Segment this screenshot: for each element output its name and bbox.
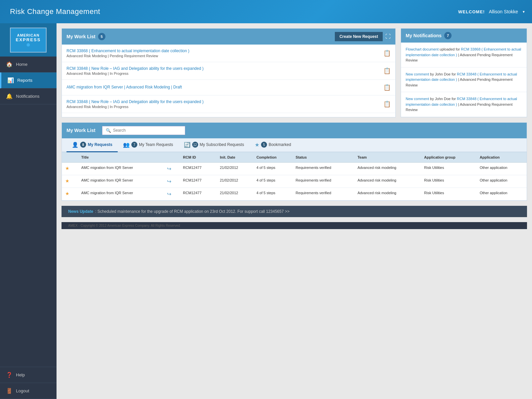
col-title: Title	[78, 152, 164, 163]
table-row: ★ AMC migration from IQR Server ↪ RCM124…	[62, 162, 527, 175]
sidebar-item-notifications[interactable]: 🔔 Notifications	[0, 88, 57, 104]
tab-bookmarked[interactable]: ★ 5 Bookmarked	[249, 138, 296, 152]
item-attachment-icon[interactable]: 📋	[383, 84, 391, 91]
notif-link[interactable]: New comment	[406, 72, 429, 76]
star-button[interactable]: ★	[65, 191, 69, 196]
notif-link[interactable]: New comment	[406, 97, 429, 101]
work-list-title: My Work List	[66, 34, 95, 39]
tab-label: My Team Requests	[139, 142, 173, 147]
work-list-item: RCM 33868 ( Enhancement to actual implem…	[62, 45, 395, 62]
copyright-bar: AMEX - Copyright © 2012 American Express…	[62, 222, 527, 229]
user-name: Allison Stokke	[489, 9, 518, 14]
logo-line1: AMERICAN	[17, 33, 39, 37]
sidebar-item-reports[interactable]: 📊 Reports	[0, 72, 57, 88]
item-link[interactable]: RCM 33868 ( Enhancement to actual implem…	[66, 49, 190, 53]
item-link[interactable]: AMC migration from IQR Server | Advanced…	[66, 85, 182, 89]
row-team: Advanced risk modeling	[354, 188, 421, 200]
sidebar-label-reports: Reports	[17, 78, 33, 83]
sidebar-spacer	[0, 104, 57, 367]
item-link[interactable]: RCM 33848 ( New Role – IAG and Delegatio…	[66, 99, 203, 104]
work-list-item: RCM 33848 ( New Role – IAG and Delegatio…	[62, 95, 395, 113]
row-init-date: 21/02/2012	[216, 162, 253, 175]
tab-team-requests[interactable]: 👥 7 My Team Requests	[118, 138, 179, 152]
sidebar-label-notifications: Notifications	[16, 94, 40, 99]
sidebar-label-home: Home	[16, 62, 28, 67]
notif-link[interactable]: Flowchart document	[406, 47, 439, 51]
reports-icon: 📊	[7, 77, 14, 83]
col-star	[62, 152, 78, 163]
item-content: RCM 33868 ( Enhancement to actual implem…	[66, 49, 190, 58]
top-panels: My Work List 5 Create New Request ⛶ RCM …	[62, 28, 527, 117]
row-status: Requirements verified	[292, 188, 354, 200]
main-layout: AMERICAN EXPRESS 🏠 Home 📊 Reports 🔔 Noti…	[0, 23, 532, 399]
row-icon[interactable]: ↪	[167, 179, 171, 184]
tab-subscribed-requests[interactable]: 🔄 12 My Subscribed Requests	[179, 138, 249, 152]
logo-line2: EXPRESS	[16, 37, 41, 42]
row-status: Requirements verified	[292, 162, 354, 175]
sidebar-item-logout[interactable]: 🚪 Logout	[0, 383, 57, 399]
col-status: Status	[292, 152, 354, 163]
tabs-row: 👤 8 My Requests 👥 7 My Team Requests 🔄 1…	[62, 138, 527, 152]
star-button[interactable]: ★	[65, 178, 69, 184]
row-title: AMC migration from IQR Server	[78, 162, 164, 175]
tab-badge: 5	[261, 142, 267, 148]
search-icon: 🔍	[106, 128, 111, 133]
row-title: AMC migration from IQR Server	[78, 175, 164, 188]
notifications-title: My Notifications	[406, 33, 442, 38]
content-area: My Work List 5 Create New Request ⛶ RCM …	[57, 23, 532, 399]
item-attachment-icon[interactable]: 📋	[383, 50, 391, 57]
col-init-date: Init. Date	[216, 152, 253, 163]
item-attachment-icon[interactable]: 📋	[383, 100, 391, 108]
work-list-badge: 5	[98, 33, 105, 40]
sidebar: AMERICAN EXPRESS 🏠 Home 📊 Reports 🔔 Noti…	[0, 23, 57, 399]
row-rcm-id: RCM12477	[180, 162, 216, 175]
tab-label: My Subscribed Requests	[200, 142, 244, 147]
item-meta: Advanced Risk Modeling | In Progress	[66, 105, 203, 109]
row-application: Other application	[476, 162, 527, 175]
sidebar-item-home[interactable]: 🏠 Home	[0, 57, 57, 72]
notif-header-left: My Notifications 7	[406, 32, 452, 39]
card-header-right: Create New Request ⛶	[335, 32, 391, 41]
item-attachment-icon[interactable]: 📋	[383, 67, 391, 74]
tab-badge: 8	[80, 142, 86, 148]
row-icon[interactable]: ↪	[167, 166, 171, 172]
col-completion: Completion	[253, 152, 292, 163]
notification-item: New comment by John Doe for RCM 33848 ( …	[401, 92, 527, 117]
notifications-badge: 7	[444, 32, 452, 39]
sidebar-bottom: ❓ Help 🚪 Logout	[0, 367, 57, 399]
row-rcm-id: RCM12477	[180, 188, 216, 200]
create-new-request-button[interactable]: Create New Request	[335, 32, 383, 41]
table-row: ★ AMC migration from IQR Server ↪ RCM124…	[62, 188, 527, 200]
star-button[interactable]: ★	[65, 166, 69, 171]
tab-my-requests[interactable]: 👤 8 My Requests	[66, 138, 118, 152]
row-team: Advanced risk modeling	[354, 162, 421, 175]
user-dropdown-arrow[interactable]: ▼	[522, 10, 525, 14]
table-row: ★ AMC migration from IQR Server ↪ RCM124…	[62, 175, 527, 188]
notification-item: Flowchart document uploaded for RCM 3386…	[401, 43, 527, 67]
data-table: Title RCM ID Init. Date Completion Statu…	[62, 152, 527, 200]
notifications-card-header: My Notifications 7	[401, 29, 527, 43]
sidebar-item-help[interactable]: ❓ Help	[0, 367, 57, 383]
col-team: Team	[354, 152, 421, 163]
row-star: ★	[62, 188, 78, 200]
amex-logo: AMERICAN EXPRESS	[10, 28, 47, 53]
search-input[interactable]	[113, 128, 182, 133]
tab-badge: 7	[131, 142, 137, 148]
search-box: 🔍	[102, 126, 185, 135]
team-requests-icon: 👥	[123, 142, 130, 148]
row-link-icon: ↪	[164, 188, 180, 200]
sidebar-label-help: Help	[16, 372, 25, 377]
copyright-text: AMEX - Copyright © 2012 American Express…	[68, 224, 180, 227]
row-completion: 4 of 5 steps	[253, 162, 292, 175]
tab-badge: 12	[192, 142, 198, 148]
row-icon[interactable]: ↪	[167, 191, 171, 197]
row-completion: 4 of 5 steps	[253, 188, 292, 200]
row-app-group: Risk Utilities	[421, 175, 476, 188]
top-header: Risk Change Management WELCOME! Allison …	[0, 0, 532, 23]
row-application: Other application	[476, 188, 527, 200]
expand-icon[interactable]: ⛶	[385, 34, 391, 40]
row-rcm-id: RCM12477	[180, 175, 216, 188]
work-list-item: AMC migration from IQR Server | Advanced…	[62, 80, 395, 95]
item-link[interactable]: RCM 33848 ( New Role – IAG and Delegatio…	[66, 66, 203, 71]
logo-circle	[27, 43, 30, 47]
